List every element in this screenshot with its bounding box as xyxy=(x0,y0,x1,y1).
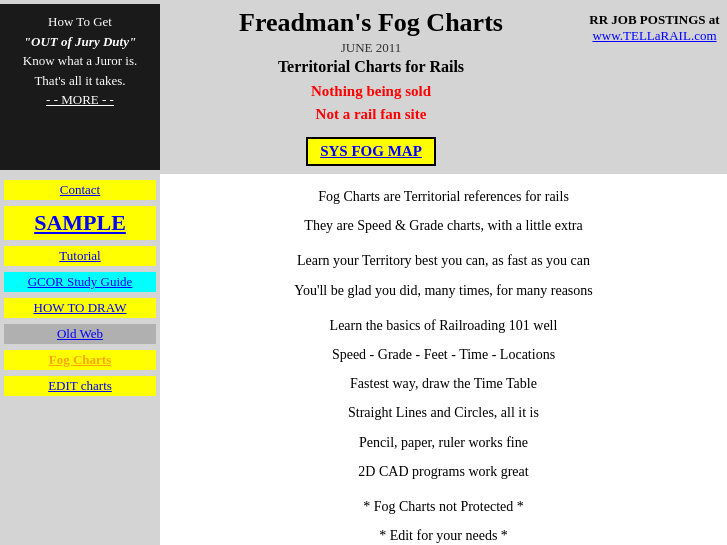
learn3: Fastest way, draw the Time Table xyxy=(176,371,711,396)
sys-fog-map-button[interactable]: SYS FOG MAP xyxy=(306,137,436,166)
banner-line1: How To Get xyxy=(48,14,112,29)
sidebar-item-tutorial: Tutorial xyxy=(4,246,156,266)
learn-section-2: Learn the basics of Railroading 101 well… xyxy=(176,313,711,484)
learn2: Speed - Grade - Feet - Time - Locations xyxy=(176,342,711,367)
old-web-link[interactable]: Old Web xyxy=(4,324,156,344)
how-to-draw-link[interactable]: HOW TO DRAW xyxy=(4,298,156,318)
territorial-label: Territorial Charts for Rails xyxy=(170,58,572,76)
sidebar-item-old-web: Old Web xyxy=(4,324,156,344)
center-top: Freadman's Fog Charts JUNE 2011 Territor… xyxy=(160,4,582,170)
description-section: Fog Charts are Territorial references fo… xyxy=(176,184,711,238)
left-banner: How To Get "OUT of Jury Duty" Know what … xyxy=(0,4,160,170)
sample-link[interactable]: SAMPLE xyxy=(4,206,156,240)
learn5: Pencil, paper, ruler works fine xyxy=(176,430,711,455)
page-wrapper: How To Get "OUT of Jury Duty" Know what … xyxy=(0,0,727,545)
desc4: You'll be glad you did, many times, for … xyxy=(176,278,711,303)
fog-charts-link[interactable]: Fog Charts xyxy=(4,350,156,370)
sidebar-item-how-to-draw: HOW TO DRAW xyxy=(4,298,156,318)
contact-link[interactable]: Contact xyxy=(4,180,156,200)
protected1: * Fog Charts not Protected * xyxy=(176,494,711,519)
date-label: JUNE 2011 xyxy=(170,40,572,56)
gcor-study-guide-link[interactable]: GCOR Study Guide xyxy=(4,272,156,292)
sidebar-item-gcor: GCOR Study Guide xyxy=(4,272,156,292)
right-top: RR JOB POSTINGS at www.TELLaRAIL.com xyxy=(582,4,727,170)
learn-section-1: Learn your Territory best you can, as fa… xyxy=(176,248,711,302)
sidebar: Contact SAMPLE Tutorial GCOR Study Guide… xyxy=(0,174,160,545)
protected2: * Edit for your needs * xyxy=(176,523,711,545)
desc2: They are Speed & Grade charts, with a li… xyxy=(176,213,711,238)
learn4: Straight Lines and Circles, all it is xyxy=(176,400,711,425)
nothing-sold-text: Nothing being sold Not a rail fan site xyxy=(170,80,572,125)
banner-line3: Know what a Juror is. xyxy=(23,53,137,68)
learn1: Learn the basics of Railroading 101 well xyxy=(176,313,711,338)
learn6: 2D CAD programs work great xyxy=(176,459,711,484)
protected-section: * Fog Charts not Protected * * Edit for … xyxy=(176,494,711,545)
edit-charts-link[interactable]: EDIT charts xyxy=(4,376,156,396)
main-content: Fog Charts are Territorial references fo… xyxy=(160,174,727,545)
main-area: Contact SAMPLE Tutorial GCOR Study Guide… xyxy=(0,174,727,545)
tutorial-link[interactable]: Tutorial xyxy=(4,246,156,266)
more-link[interactable]: - - MORE - - xyxy=(46,92,114,107)
banner-line2: "OUT of Jury Duty" xyxy=(24,34,136,49)
site-title: Freadman's Fog Charts xyxy=(170,8,572,38)
sidebar-item-fog-charts: Fog Charts xyxy=(4,350,156,370)
sidebar-item-edit-charts: EDIT charts xyxy=(4,376,156,396)
rr-job-link[interactable]: www.TELLaRAIL.com xyxy=(592,28,716,43)
desc3: Learn your Territory best you can, as fa… xyxy=(176,248,711,273)
top-area: How To Get "OUT of Jury Duty" Know what … xyxy=(0,0,727,174)
rr-job-label: RR JOB POSTINGS at xyxy=(588,12,721,28)
sidebar-item-sample: SAMPLE xyxy=(4,206,156,240)
banner-line4: That's all it takes. xyxy=(34,73,125,88)
desc1: Fog Charts are Territorial references fo… xyxy=(176,184,711,209)
sidebar-item-contact: Contact xyxy=(4,180,156,200)
